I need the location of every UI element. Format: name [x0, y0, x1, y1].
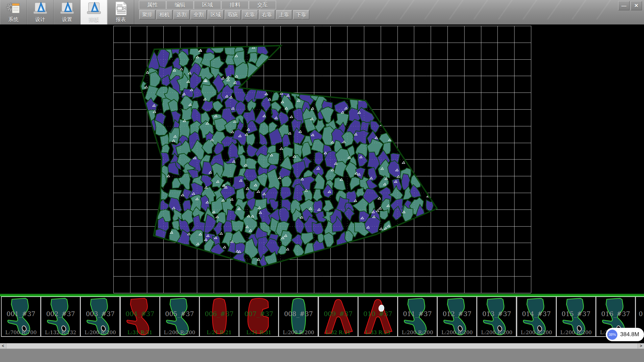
tool-button-cut-all[interactable]: 全割 — [191, 10, 207, 19]
horizontal-scrollbar[interactable]: < > — [0, 343, 644, 349]
piece-title: 005_#37 — [160, 310, 199, 317]
tool-button-camera[interactable]: 相机 — [156, 10, 172, 19]
piece-lr-count: L:21 R:21 — [200, 329, 238, 336]
piece-lr-count: L:200 R:200 — [160, 329, 199, 336]
tool-button-snap-up[interactable]: 上靠 — [276, 10, 292, 19]
piece-lr-count: L:200 R:200 — [81, 329, 119, 336]
piece-title: 007_#37 — [239, 310, 278, 317]
tool-button-cluster-nest[interactable]: 聚排 — [139, 10, 155, 19]
thumbnail-cell-2[interactable]: 002_#37L:132 R:132 — [41, 296, 80, 337]
piece-lr-count: L:32 R:31 — [319, 329, 358, 336]
ruler-icon — [59, 1, 75, 16]
report-icon — [113, 1, 128, 16]
piece-lr-count: L:31 R:31 — [239, 329, 278, 336]
thumbnail-cell-3[interactable]: 003_#37L:200 R:200 — [80, 296, 120, 337]
ribbon: 系统 设计 设置 排版 报表 属性编辑区域排料交互 聚排相机选割全割区域瑕疵左靠… — [0, 0, 644, 25]
piece-title: 003_#37 — [81, 310, 119, 317]
piece-lr-count: L:700 R:700 — [2, 329, 40, 336]
app-window: 系统 设计 设置 排版 报表 属性编辑区域排料交互 聚排相机选割全割区域瑕疵左靠… — [0, 0, 644, 362]
piece-lr-count: L:200 R:200 — [517, 329, 556, 336]
app-button-label: 系统 — [8, 16, 18, 23]
app-button-layout[interactable]: 排版 — [80, 0, 107, 24]
piece-title: 010_#37 — [359, 310, 397, 317]
tool-row: 聚排相机选割全割区域瑕疵左靠右靠上靠下靠 — [139, 10, 310, 19]
piece-lr-count: L:200 R:200 — [477, 329, 516, 336]
piece-lr-count: L:200 R:200 — [557, 329, 595, 336]
piece-title: 004_#37 — [121, 310, 159, 317]
scroll-left-arrow-icon[interactable]: < — [0, 343, 6, 349]
menu-tab-properties[interactable]: 属性 — [139, 1, 166, 9]
menu-row: 属性编辑区域排料交互 — [139, 1, 276, 9]
piece-title: 013_#37 — [477, 310, 516, 317]
piece-title: 016_#37 — [596, 310, 635, 317]
piece-title: 015_#37 — [557, 310, 595, 317]
strip-separator — [0, 294, 644, 296]
piece-title: 006_#37 — [200, 310, 238, 317]
piece-title: 002_#37 — [41, 310, 80, 317]
thumbnail-cell-11[interactable]: 011_#37L:200 R:200 — [397, 296, 437, 337]
piece-lr-count: L:31 R:31 — [121, 329, 159, 336]
thumbnail-cell-7[interactable]: 007_#37L:31 R:31 — [239, 296, 279, 337]
app-button-label: 报表 — [116, 16, 126, 23]
piece-title: 001_#37 — [2, 310, 40, 317]
piece-lr-count: L:132 R:132 — [41, 329, 80, 336]
size-label: 384.8M — [620, 331, 639, 338]
thumbnail-cell-15[interactable]: 015_#37L:200 R:200 — [556, 296, 596, 337]
gear-icon — [6, 1, 21, 16]
piece-lr-count: L:200 R:200 — [398, 329, 437, 336]
thumbnail-cell-13[interactable]: 013_#37L:200 R:200 — [477, 296, 517, 337]
ruler-icon — [86, 1, 102, 16]
piece-title: 0 — [636, 310, 644, 317]
menu-tab-interact[interactable]: 交互 — [249, 1, 276, 9]
minimize-button[interactable]: — — [618, 1, 630, 10]
tool-button-defect[interactable]: 瑕疵 — [225, 10, 241, 19]
app-button-system[interactable]: 系统 — [0, 0, 27, 24]
progress-percent-circle: 38% — [607, 329, 618, 340]
tool-button-select-cut[interactable]: 选割 — [173, 10, 190, 19]
thumbnail-cell-12[interactable]: 012_#37L:200 R:200 — [437, 296, 477, 337]
piece-title: 008_#37 — [279, 310, 318, 317]
thumbnail-cell-5[interactable]: 005_#37L:200 R:200 — [160, 296, 200, 337]
piece-title: 012_#37 — [438, 310, 476, 317]
tool-button-snap-left[interactable]: 左靠 — [242, 10, 258, 19]
app-button-label: 排版 — [89, 16, 99, 23]
piece-title: 014_#37 — [517, 310, 556, 317]
tool-button-snap-down[interactable]: 下靠 — [293, 10, 309, 19]
app-button-settings[interactable]: 设置 — [54, 0, 80, 24]
piece-lr-count: L:200 R:200 — [438, 329, 476, 336]
thumbnail-cell-9[interactable]: 009_#37L:32 R:31 — [318, 296, 358, 337]
thumbnail-cell-14[interactable]: 014_#37L:200 R:200 — [517, 296, 556, 337]
close-button[interactable]: ✕ — [631, 1, 642, 10]
scroll-right-arrow-icon[interactable]: > — [638, 343, 644, 349]
progress-badge[interactable]: 38% 384.8M — [606, 328, 644, 341]
piece-lr-count: L:200 R:200 — [279, 329, 318, 336]
tool-button-region[interactable]: 区域 — [208, 10, 224, 19]
thumbnail-cell-4[interactable]: 004_#37L:31 R:31 — [120, 296, 160, 337]
thumbnail-cell-10[interactable]: 010_#37L:33 R:33 — [358, 296, 398, 337]
thumbnail-cell-6[interactable]: 006_#37L:21 R:21 — [199, 296, 239, 337]
piece-lr-count: L:33 R:33 — [359, 329, 397, 336]
app-button-label: 设置 — [62, 16, 72, 23]
menu-tab-nesting[interactable]: 排料 — [221, 1, 249, 9]
tool-button-snap-right[interactable]: 右靠 — [259, 10, 275, 19]
app-button-report[interactable]: 报表 — [107, 0, 134, 24]
ruler-icon — [33, 1, 48, 16]
app-toolbar: 系统 设计 设置 排版 报表 — [0, 0, 134, 24]
app-button-label: 设计 — [35, 16, 45, 23]
window-controls: — ✕ — [618, 1, 642, 10]
piece-thumbnail-strip: 001_#37L:700 R:700002_#37L:132 R:132003_… — [0, 296, 644, 337]
thumbnail-cell-1[interactable]: 001_#37L:700 R:700 — [1, 296, 41, 337]
menu-tab-region[interactable]: 区域 — [194, 1, 221, 9]
thumbnail-cell-8[interactable]: 008_#37L:200 R:200 — [278, 296, 318, 337]
menu-tab-edit[interactable]: 编辑 — [166, 1, 194, 9]
piece-title: 011_#37 — [398, 310, 437, 317]
app-button-design[interactable]: 设计 — [27, 0, 54, 24]
status-bar — [0, 349, 644, 362]
piece-title: 009_#37 — [319, 310, 358, 317]
